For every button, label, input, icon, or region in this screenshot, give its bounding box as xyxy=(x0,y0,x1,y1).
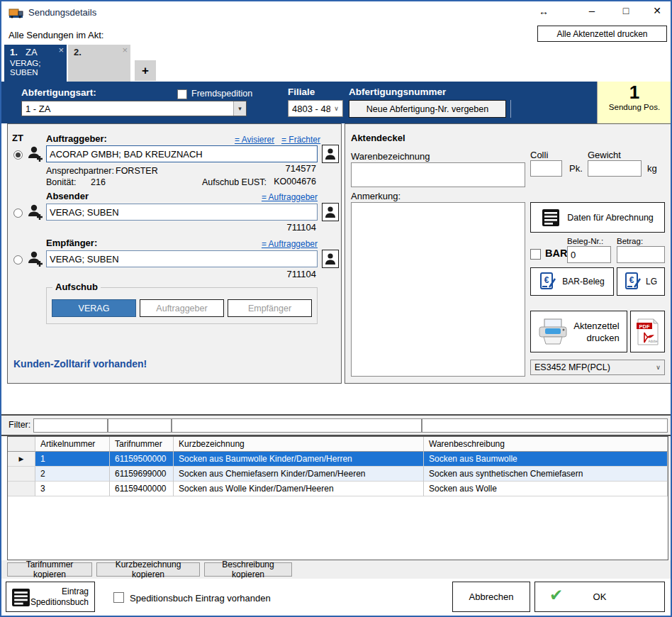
pdf-button[interactable]: PDF Adobe xyxy=(630,311,665,352)
filter-input-warenbeschreibung[interactable] xyxy=(422,418,668,433)
col-header-warenbeschreibung[interactable]: Warenbeschreibung xyxy=(424,437,668,452)
beleg-nr-input[interactable] xyxy=(567,246,611,263)
tab-close-icon[interactable]: × xyxy=(58,45,64,55)
absender-input[interactable] xyxy=(46,204,318,221)
daten-fuer-abrechnung-button[interactable]: Daten für Abrechnung xyxy=(530,202,665,233)
parties-panel: ZT Auftraggeber: = Avisierer = Frächter … xyxy=(7,123,342,384)
anmerkung-label: Anmerkung: xyxy=(351,191,401,201)
col-header-tarifnummer[interactable]: Tarifnummer xyxy=(110,437,174,452)
current-row-marker-icon: ▶ xyxy=(8,452,35,467)
window-title: Sendungsdetails xyxy=(28,7,96,18)
empfaenger-wie-auftraggeber-link[interactable]: = Auftraggeber xyxy=(247,239,318,249)
tab-type: ZA xyxy=(26,47,38,57)
auftraggeber-person-button[interactable] xyxy=(322,145,339,163)
svg-text:Adobe: Adobe xyxy=(648,340,658,343)
tab-sendung-2[interactable]: 2. × xyxy=(68,45,130,82)
beschreibung-kopieren-button[interactable]: Beschreibung kopieren xyxy=(204,562,292,577)
gewicht-label: Gewicht xyxy=(588,150,621,160)
bar-label: BAR xyxy=(545,248,567,259)
aufschub-group-label: Aufschub xyxy=(52,282,101,292)
empfaenger-person-button[interactable] xyxy=(322,250,339,268)
speditionsbuch-checkbox[interactable] xyxy=(113,592,124,603)
empfaenger-radio[interactable] xyxy=(13,255,23,265)
anmerkung-textarea[interactable] xyxy=(351,202,525,377)
filter-input-artikelnummer[interactable] xyxy=(33,418,108,433)
gewicht-input[interactable] xyxy=(588,160,642,177)
filter-input-tarifnummer[interactable] xyxy=(108,418,172,433)
euro-receipt-icon: € xyxy=(539,272,556,291)
lg-button[interactable]: € LG xyxy=(617,267,665,296)
col-header-artikelnummer[interactable]: Artikelnummer xyxy=(35,437,110,452)
pos-count: 1 xyxy=(598,82,671,103)
avisierer-link[interactable]: = Avisierer xyxy=(235,135,274,145)
tarifnummer-kopieren-button[interactable]: Tarifnummer kopieren xyxy=(7,562,92,577)
bar-beleg-button[interactable]: € BAR-Beleg xyxy=(530,267,614,296)
svg-text:€: € xyxy=(629,275,634,285)
maximize-icon[interactable]: □ xyxy=(617,5,635,16)
speditionsbuch-checkbox-label: Speditionsbuch Eintrag vorhanden xyxy=(130,593,271,604)
sendungen-im-akt-label: Alle Sendungen im Akt: xyxy=(9,30,103,40)
empfaenger-input[interactable] xyxy=(46,250,318,267)
bonitaet-value: 216 xyxy=(91,177,106,187)
minimize-icon[interactable]: – xyxy=(583,4,601,16)
warenbezeichnung-label: Warenbezeichnung xyxy=(351,151,430,162)
sendung-pos-counter: 1 Sendung Pos. xyxy=(597,82,671,123)
table-row[interactable]: ▶ 1 61159500000 Socken aus Baumwolle Kin… xyxy=(8,452,668,467)
close-icon[interactable]: ✕ xyxy=(648,5,666,16)
aktenzettel-drucken-button[interactable]: Aktenzettel drucken xyxy=(530,311,627,352)
add-person-icon[interactable] xyxy=(27,250,44,268)
alle-aktenzettel-drucken-button[interactable]: Alle Aktenzettel drucken xyxy=(537,26,667,42)
printer-select[interactable]: ES3452 MFP(PCL) ∨ xyxy=(530,360,665,375)
neue-abfertigungsnr-button[interactable]: Neue Abfertigung-Nr. vergeben xyxy=(349,100,506,118)
filter-label: Filter: xyxy=(9,420,30,430)
auftraggeber-radio[interactable] xyxy=(13,150,23,160)
add-person-icon[interactable] xyxy=(27,203,44,221)
betrag-input[interactable] xyxy=(617,246,665,263)
tab-close-icon[interactable]: × xyxy=(122,45,128,55)
colli-label: Colli xyxy=(530,150,548,160)
aufschub-auftraggeber-button[interactable]: Auftraggeber xyxy=(140,299,224,317)
col-header-kurzbezeichnung[interactable]: Kurzbezeichnung xyxy=(174,437,424,452)
fraechter-link[interactable]: = Frächter xyxy=(281,135,320,145)
row-selector-header xyxy=(8,437,35,452)
tab-sendung-1[interactable]: 1. ZA × VERAG; SUBEN xyxy=(4,45,67,82)
divider xyxy=(510,100,511,118)
aufschub-verag-button[interactable]: VERAG xyxy=(52,299,136,317)
absender-radio[interactable] xyxy=(13,209,23,218)
ansprechpartner-value: FORSTER xyxy=(116,166,158,176)
aufschub-empfaenger-button[interactable]: Empfänger xyxy=(228,299,312,317)
tab-number: 2. xyxy=(74,47,82,57)
svg-text:€: € xyxy=(544,275,549,285)
chevron-down-icon: ▾ xyxy=(233,101,246,116)
warenbezeichnung-textarea[interactable] xyxy=(351,162,525,187)
kurzbezeichnung-kopieren-button[interactable]: Kurzbezeichnung kopieren xyxy=(96,562,200,577)
zt-label: ZT xyxy=(12,133,23,143)
aufschub-group: Aufschub VERAG Auftraggeber Empfänger xyxy=(46,287,318,324)
table-row[interactable]: 2 61159699000 Socken aus Chemiefasern Ki… xyxy=(8,467,668,482)
aufschub-eust-value: KO004676 xyxy=(242,177,316,187)
fremdspedition-checkbox[interactable] xyxy=(177,89,187,99)
eintrag-speditionsbuch-button[interactable]: Eintrag Speditionsbuch xyxy=(6,582,95,612)
absender-person-button[interactable] xyxy=(322,203,339,221)
add-tab-button[interactable]: + xyxy=(135,60,156,81)
auftraggeber-input[interactable] xyxy=(46,145,318,162)
chevron-down-icon: ∨ xyxy=(652,364,664,371)
empfaenger-number: 711104 xyxy=(242,269,316,279)
abfertigungsart-select[interactable]: 1 - ZA ▾ xyxy=(21,101,247,116)
aktendeckel-title: Aktendeckel xyxy=(351,133,405,143)
filter-input-kurzbezeichnung[interactable] xyxy=(172,418,422,433)
printer-icon xyxy=(538,318,568,345)
filiale-select[interactable]: 4803 - 480 ∨ xyxy=(288,100,343,117)
ok-button[interactable]: ✔ OK xyxy=(534,582,665,612)
table-row[interactable]: 3 61159400000 Socken aus Wolle Kinder/Da… xyxy=(8,482,668,496)
resize-icon[interactable]: ↔ xyxy=(534,6,553,17)
colli-input[interactable] xyxy=(530,160,562,177)
abbrechen-button[interactable]: Abbrechen xyxy=(452,582,530,612)
absender-wie-auftraggeber-link[interactable]: = Auftraggeber xyxy=(247,192,318,202)
bar-checkbox[interactable] xyxy=(530,249,541,260)
auftraggeber-label: Auftraggeber: xyxy=(46,133,107,144)
positions-table: Artikelnummer Tarifnummer Kurzbezeichnun… xyxy=(7,436,668,560)
ansprechpartner-label: Ansprechpartner: xyxy=(46,166,114,176)
app-truck-icon xyxy=(9,6,24,19)
add-person-icon[interactable] xyxy=(27,145,44,163)
